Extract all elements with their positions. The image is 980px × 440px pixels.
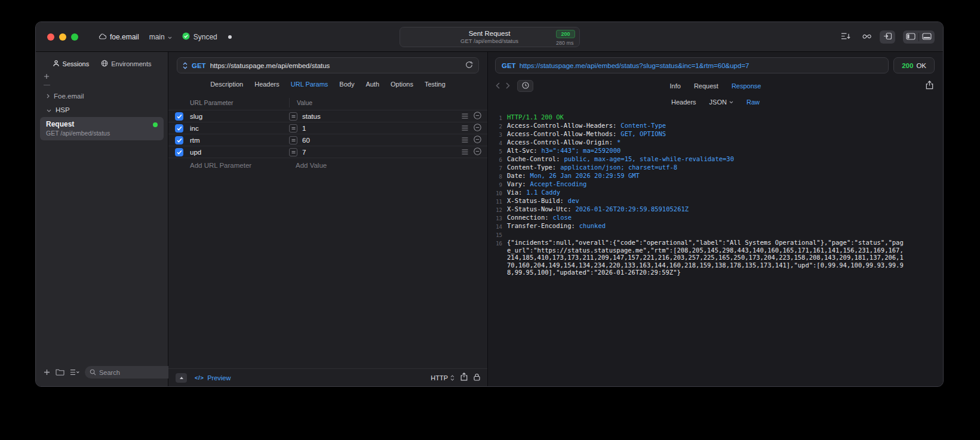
header-key: Alt-Svc:	[507, 147, 537, 154]
resend-request-button[interactable]	[465, 60, 473, 71]
remove-row-button[interactable]	[474, 147, 481, 156]
param-row: rtm 60	[168, 134, 487, 146]
tab-info[interactable]: Info	[670, 82, 681, 90]
tab-testing[interactable]: Testing	[425, 81, 446, 88]
sidebar-mini-controls	[36, 71, 168, 85]
line-number: 16	[493, 239, 502, 247]
import-request-button[interactable]	[880, 30, 895, 44]
header-value: Content-Type	[620, 122, 666, 129]
sync-status[interactable]: Synced	[182, 32, 217, 42]
remove-row-button[interactable]	[474, 124, 481, 133]
tab-environments[interactable]: Environments	[101, 60, 151, 68]
chevron-down-icon	[729, 101, 733, 104]
add-tab-button[interactable]	[44, 71, 50, 81]
code-preview-button[interactable]: </> Preview	[195, 374, 231, 381]
toggle-left-sidebar-button[interactable]	[903, 30, 918, 44]
tab-request[interactable]: Request	[694, 82, 718, 90]
subtab-headers[interactable]: Headers	[671, 99, 696, 106]
sidebar-spacer	[36, 140, 168, 366]
reorder-handle-icon[interactable]	[462, 113, 468, 120]
activity-log-button[interactable]	[838, 30, 853, 44]
project-switcher[interactable]: foe.email	[99, 33, 139, 41]
response-line: 15	[493, 230, 904, 239]
preview-label: Preview	[207, 374, 231, 381]
protocol-selector[interactable]: HTTP	[431, 374, 454, 381]
list-view-icon	[70, 367, 79, 377]
new-folder-button[interactable]	[56, 367, 64, 378]
tree-group-hsp[interactable]: HSP	[36, 103, 168, 116]
param-value-field[interactable]: 7	[302, 149, 462, 156]
param-value-field[interactable]: 60	[302, 137, 462, 144]
line-number: 6	[493, 155, 502, 164]
minimize-window-button[interactable]	[59, 33, 66, 41]
header-key: Via:	[507, 189, 522, 196]
history-forward-button[interactable]	[506, 81, 510, 91]
request-list-item-selected[interactable]: Request GET /api/embed/status	[40, 117, 164, 140]
history-back-button[interactable]	[496, 81, 500, 91]
sidebar-footer	[36, 366, 168, 386]
refresh-icon	[465, 60, 473, 71]
lock-icon	[474, 373, 480, 383]
tab-description[interactable]: Description	[210, 81, 243, 88]
request-method[interactable]: GET	[192, 62, 206, 69]
param-checkbox[interactable]	[175, 148, 183, 156]
expand-panel-button[interactable]	[176, 373, 187, 383]
collapse-handle[interactable]	[44, 85, 50, 85]
tab-body[interactable]: Body	[339, 81, 354, 88]
param-name-field[interactable]: rtm	[190, 137, 289, 144]
tab-sessions[interactable]: Sessions	[53, 60, 90, 68]
titlebar-toolbar	[838, 22, 935, 51]
param-checkbox[interactable]	[175, 112, 183, 121]
history-button[interactable]	[517, 80, 533, 92]
param-row: slug status	[168, 110, 487, 122]
subtab-json[interactable]: JSON	[709, 99, 733, 106]
tab-headers[interactable]: Headers	[254, 81, 279, 88]
param-name-field[interactable]: slug	[190, 113, 289, 120]
tab-options[interactable]: Options	[391, 81, 413, 88]
export-response-button[interactable]	[926, 81, 933, 92]
sent-request-pill[interactable]: Sent Request GET /api/embed/status 200 2…	[400, 27, 580, 47]
remove-row-button[interactable]	[474, 136, 481, 144]
line-number: 11	[493, 197, 502, 205]
toggle-bottom-panel-button[interactable]	[919, 30, 935, 44]
param-value-field[interactable]: status	[302, 113, 462, 120]
tab-auth[interactable]: Auth	[365, 81, 379, 88]
param-value-field[interactable]: 1	[302, 125, 462, 132]
sidebar-tabs: Sessions Environments	[36, 52, 168, 68]
sync-loop-button[interactable]	[859, 30, 874, 44]
tree-group-label: HSP	[56, 106, 70, 113]
add-param-value-placeholder[interactable]: Add Value	[296, 162, 327, 169]
param-checkbox[interactable]	[175, 136, 183, 144]
header-value: *	[617, 139, 620, 146]
zoom-window-button[interactable]	[71, 33, 78, 41]
share-request-button[interactable]	[460, 373, 468, 383]
param-name-field[interactable]: upd	[190, 149, 289, 156]
request-url-bar: GET https://statuspage.me/api/embed/stat…	[177, 57, 479, 73]
line-number: 8	[493, 172, 502, 180]
lock-request-button[interactable]	[474, 373, 480, 383]
request-editor-tabs: Description Headers URL Params Body Auth…	[168, 73, 487, 95]
add-param-name-placeholder[interactable]: Add URL Parameter	[190, 162, 296, 169]
subtab-raw[interactable]: Raw	[746, 99, 760, 106]
import-window-icon	[883, 32, 892, 42]
header-key: X-Status-Now-Utc:	[507, 205, 571, 213]
close-window-button[interactable]	[47, 33, 54, 41]
tree-group-foe-email[interactable]: Foe.email	[36, 89, 168, 103]
add-request-button[interactable]	[44, 367, 50, 378]
param-name-field[interactable]: inc	[190, 125, 289, 132]
remove-row-button[interactable]	[474, 112, 481, 121]
branch-selector[interactable]: main	[149, 33, 172, 41]
reorder-handle-icon[interactable]	[462, 149, 468, 156]
reorder-handle-icon[interactable]	[462, 125, 468, 132]
search-icon	[90, 367, 96, 378]
param-checkbox[interactable]	[175, 124, 183, 133]
header-value: public, max-age=15, stale-while-revalida…	[564, 155, 734, 162]
request-url-input[interactable]: https://statuspage.me/api/embed/status	[210, 62, 461, 69]
window-controls	[47, 33, 78, 41]
tab-response[interactable]: Response	[732, 82, 761, 90]
method-selector-icon[interactable]	[183, 62, 188, 69]
reorder-handle-icon[interactable]	[462, 137, 468, 144]
view-options-button[interactable]	[70, 367, 79, 378]
header-value: GET, OPTIONS	[620, 130, 666, 137]
tab-url-params[interactable]: URL Params	[291, 81, 328, 88]
